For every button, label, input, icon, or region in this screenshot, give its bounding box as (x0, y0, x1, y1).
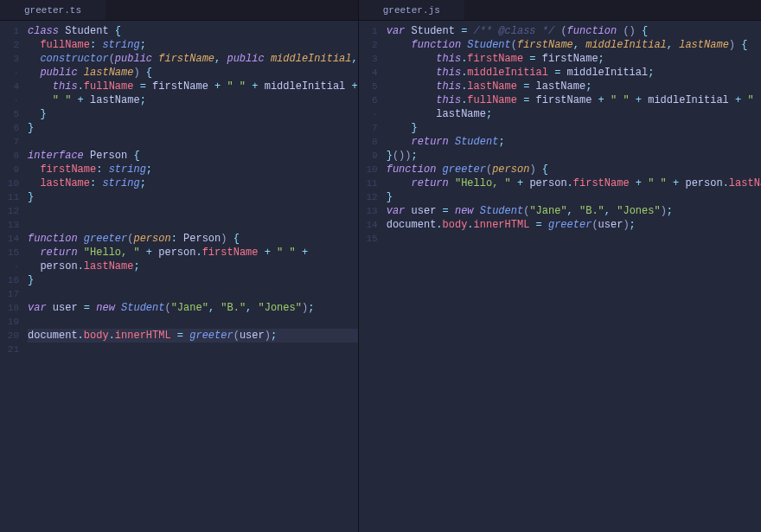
token-kw: class (28, 25, 65, 37)
editor-right[interactable]: 123456·789101112131415 var Student = /**… (359, 21, 761, 532)
tab-greeter-ts[interactable]: greeter.ts (0, 0, 106, 20)
token-str: " " (747, 94, 761, 106)
token-var: middleInitial (648, 94, 729, 106)
token-var: person (158, 247, 195, 259)
code-line[interactable]: } (28, 107, 358, 121)
token-paren: ) (265, 330, 271, 342)
line-number: 13 (0, 218, 19, 232)
token-plain (387, 80, 437, 93)
token-param: firstName (158, 53, 214, 65)
code-line[interactable] (28, 204, 358, 218)
token-param: person (133, 233, 170, 245)
token-punc: , (352, 53, 358, 65)
line-number: 10 (0, 176, 19, 190)
code-line[interactable]: document.body.innerHTML = greeter(user); (28, 329, 358, 343)
token-punc: . (467, 219, 473, 231)
token-punc: ; (140, 177, 146, 189)
code-line[interactable]: var Student = /** @class */ (function ()… (387, 24, 761, 38)
code-line[interactable]: } (28, 121, 358, 135)
token-punc: } (28, 274, 34, 286)
code-line[interactable]: this.firstName = firstName; (387, 52, 761, 66)
code-line[interactable] (28, 287, 358, 301)
code-line[interactable]: fullName: string; (28, 38, 358, 52)
token-punc: ; (630, 219, 636, 231)
token-paren: ) (133, 67, 145, 79)
code-line[interactable]: this.middleInitial = middleInitial; (387, 66, 761, 80)
token-prop: lastName (84, 260, 134, 272)
token-punc: ; (667, 205, 673, 217)
token-fn: Student (121, 302, 164, 314)
line-number: 8 (0, 149, 19, 163)
line-number: 12 (359, 190, 378, 204)
code-line[interactable]: interface Person { (28, 149, 358, 163)
token-plain (28, 247, 40, 259)
code-line[interactable]: lastName; (387, 107, 761, 121)
code-left[interactable]: class Student { fullName: string; constr… (24, 21, 358, 532)
code-line[interactable]: function greeter(person: Person) { (28, 232, 358, 246)
code-line[interactable]: } (28, 190, 358, 204)
line-number: 11 (0, 190, 19, 204)
code-line[interactable]: this.lastName = lastName; (387, 80, 761, 93)
code-line[interactable]: } (28, 273, 358, 287)
code-line[interactable]: function Student(firstName, middleInitia… (387, 38, 761, 52)
token-paren: ) (661, 205, 667, 217)
code-line[interactable] (28, 135, 358, 149)
editor-left[interactable]: 123·4·56789101112131415·161718192021 cla… (0, 21, 358, 532)
code-line[interactable]: }()); (387, 149, 761, 163)
code-line[interactable]: } (387, 190, 761, 204)
token-var: user (412, 205, 437, 217)
token-punc: ; (271, 330, 277, 342)
token-op: + (592, 94, 611, 106)
token-var: middleInitial (567, 67, 649, 79)
token-comm: /** @class */ (474, 25, 555, 37)
code-line[interactable]: return Student; (387, 135, 761, 149)
token-fn: greeter (443, 163, 486, 176)
line-number: 2 (0, 38, 19, 52)
code-line[interactable] (387, 232, 761, 246)
code-line[interactable]: var user = new Student("Jane", "B.", "Jo… (28, 301, 358, 315)
token-cls: Person (90, 150, 133, 162)
token-op: = (529, 219, 548, 231)
line-number: 6 (359, 93, 378, 107)
code-line[interactable]: return "Hello, " + person.firstName + " … (387, 176, 761, 190)
code-line[interactable]: class Student { (28, 24, 358, 38)
code-line[interactable]: public lastName) { (28, 66, 358, 80)
code-line[interactable]: this.fullName = firstName + " " + middle… (28, 80, 358, 93)
code-line[interactable]: document.body.innerHTML = greeter(user); (387, 218, 761, 232)
tab-bar-right: greeter.js (359, 0, 761, 21)
token-kw: this (436, 53, 461, 65)
line-number: 19 (0, 315, 19, 329)
line-number: · (0, 260, 19, 273)
line-number: 1 (0, 24, 19, 38)
code-right[interactable]: var Student = /** @class */ (function ()… (383, 21, 761, 532)
code-line[interactable]: } (387, 121, 761, 135)
code-line[interactable] (28, 315, 358, 329)
code-line[interactable]: this.fullName = firstName + " " + middle… (387, 93, 761, 107)
code-line[interactable]: function greeter(person) { (387, 163, 761, 176)
line-number: · (0, 93, 19, 107)
code-line[interactable]: lastName: string; (28, 176, 358, 190)
code-line[interactable]: firstName: string; (28, 163, 358, 176)
token-op: : (96, 163, 108, 176)
token-punc: , (604, 205, 617, 217)
token-param: lastName (84, 67, 134, 79)
token-cls: Person (183, 233, 221, 245)
token-op: + (246, 80, 265, 93)
token-op: = (548, 67, 567, 79)
code-line[interactable]: var user = new Student("Jane", "B.", "Jo… (387, 204, 761, 218)
tab-greeter-js[interactable]: greeter.js (359, 0, 464, 20)
token-op: + (71, 94, 90, 106)
token-prop: firstName (467, 53, 523, 65)
code-line[interactable] (28, 218, 358, 232)
token-kw: var (28, 302, 53, 314)
token-punc: ; (498, 136, 504, 148)
token-punc: } (28, 191, 34, 203)
code-line[interactable]: return "Hello, " + person.firstName + " … (28, 246, 358, 260)
token-punc: ; (133, 260, 139, 272)
code-line[interactable]: " " + lastName; (28, 93, 358, 107)
token-paren: ) (729, 39, 741, 51)
code-line[interactable] (28, 343, 358, 356)
token-str: "Hello, " (455, 177, 511, 189)
code-line[interactable]: person.lastName; (28, 260, 358, 273)
code-line[interactable]: constructor(public firstName, public mid… (28, 52, 358, 66)
